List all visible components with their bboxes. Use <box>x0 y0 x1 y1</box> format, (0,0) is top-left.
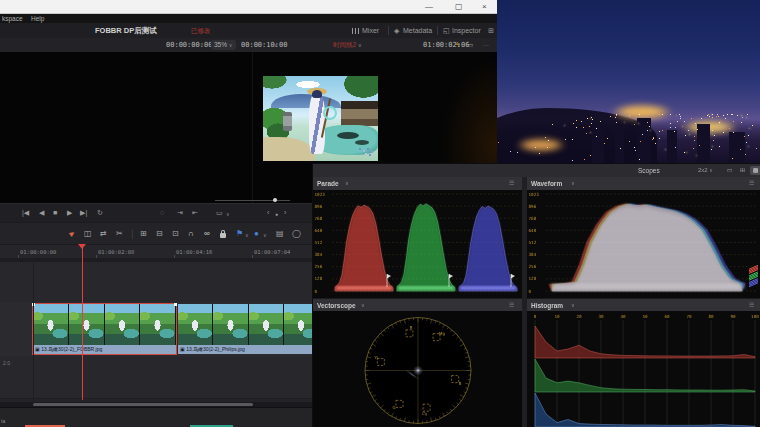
ruler-label: 01:00:00:00 <box>20 249 56 255</box>
svg-text:256: 256 <box>529 264 537 269</box>
nav-next-icon[interactable]: › <box>284 209 286 216</box>
last-frame-icon[interactable]: ▶| <box>80 209 87 217</box>
clip-thumbnail <box>249 304 283 345</box>
audio-channel-label: 2.0 <box>3 360 10 366</box>
first-frame-icon[interactable]: |◀ <box>22 209 29 217</box>
menu-item-workspace[interactable]: kspace <box>2 14 23 23</box>
chevron-down-icon[interactable]: ∨ <box>571 177 575 190</box>
razor-icon[interactable]: ✂ <box>116 229 123 238</box>
svg-text:768: 768 <box>529 216 537 221</box>
timeline-clip[interactable]: ▣ 13.鸟瞰30(2-2)_FOBBR.jpg <box>33 304 176 354</box>
bypass-grades-icon[interactable]: ϟ <box>456 38 460 52</box>
loop-icon[interactable]: ↻ <box>97 209 103 217</box>
chevron-down-icon[interactable]: ∨ <box>345 177 349 190</box>
scopes-minimize-icon[interactable]: ▭ <box>724 166 735 175</box>
play-icon[interactable]: ▶ <box>67 209 72 217</box>
timeline-clip[interactable]: ▣ 13.鸟瞰30(2-2)_Philips.jpg <box>178 304 319 354</box>
playhead[interactable] <box>82 244 83 400</box>
tree-canopy <box>341 76 378 100</box>
duration-chevron-icon[interactable]: ∨ <box>274 38 278 52</box>
loop-region-icon[interactable]: ◌ <box>160 209 164 216</box>
window-maximize-button[interactable]: ▢ <box>455 1 463 12</box>
replace-clip-icon[interactable]: ⊡ <box>172 229 179 238</box>
scopes-window: Scopes 2x2 ∨ ▭ ⊞ ▩ Parade ∨ ☰ Waveform ∨… <box>312 163 760 427</box>
nav-dot-icon[interactable]: ● <box>275 211 278 217</box>
inspector-icon: ◱ <box>443 23 450 38</box>
mixer-button[interactable]: Mixer <box>362 23 379 38</box>
menu-item-help[interactable]: Help <box>31 14 44 23</box>
viewer-mode-icon[interactable]: ▭ <box>216 209 223 217</box>
flag-chevron-icon[interactable]: ∨ <box>245 232 249 238</box>
scopes-expand-icon[interactable]: ⊞ <box>737 166 748 175</box>
clip-icon: ▣ <box>35 346 40 352</box>
tree-canopy <box>263 76 289 90</box>
scopes-layout-select[interactable]: 2x2 ∨ <box>698 164 713 177</box>
scopes-header[interactable]: Scopes 2x2 ∨ ▭ ⊞ ▩ <box>313 164 760 178</box>
metadata-button[interactable]: Metadata <box>403 23 432 38</box>
more-tool-icon[interactable]: ◯ <box>292 229 301 238</box>
position-lock-icon[interactable] <box>220 233 226 238</box>
viewer-mode-chevron-icon[interactable]: ∨ <box>226 211 230 217</box>
header-separator <box>388 26 389 35</box>
zoom-select[interactable]: 35% ∨ <box>211 40 236 50</box>
chevron-down-icon: ∨ <box>709 167 713 173</box>
waveform-settings-icon[interactable]: ☰ <box>749 177 754 190</box>
viewer-more-icon[interactable]: ··· <box>483 38 489 52</box>
building-silhouette <box>592 122 604 163</box>
inspector-button[interactable]: Inspector <box>452 23 481 38</box>
waveform-title[interactable]: Waveform <box>531 177 562 190</box>
subtitle-icon[interactable]: ▤ <box>276 229 284 238</box>
svg-text:90: 90 <box>730 314 736 319</box>
source-options-icon[interactable]: ··· <box>199 38 205 52</box>
marker-chevron-icon[interactable]: ∨ <box>263 232 267 238</box>
snapping-icon[interactable]: ∩ <box>188 229 194 238</box>
parade-settings-icon[interactable]: ☰ <box>509 177 514 190</box>
trim-edit-icon[interactable]: ◫ <box>84 229 92 238</box>
building-silhouette <box>729 132 745 163</box>
svg-text:896: 896 <box>315 204 323 209</box>
jog-bar[interactable] <box>215 200 290 201</box>
clip-name: 13.鸟瞰30(2-2)_FOBBR.jpg <box>41 346 102 352</box>
jog-handle[interactable] <box>273 198 277 202</box>
svg-text:40: 40 <box>620 314 626 319</box>
overwrite-clip-icon[interactable]: ⊟ <box>156 229 163 238</box>
window-close-button[interactable]: × <box>482 1 487 12</box>
character-figure <box>309 92 325 154</box>
pond-rocks <box>337 132 359 139</box>
flag-icon[interactable]: ⚑ <box>236 229 243 238</box>
ruler-label: 01:00:07:04 <box>254 249 290 255</box>
next-edit-icon[interactable]: ⇥ <box>177 209 183 217</box>
waveform-scope: 10238967686405123842561280 <box>527 190 760 298</box>
building <box>341 101 378 126</box>
clip-thumbnails <box>33 304 176 345</box>
marker-icon[interactable]: ● <box>254 229 259 238</box>
header-more-icon[interactable]: ⊞ <box>488 23 494 38</box>
dynamic-trim-icon[interactable]: ⇄ <box>100 229 107 238</box>
insert-clip-icon[interactable]: ⊞ <box>140 229 147 238</box>
single-viewer-icon[interactable]: ▭ <box>467 38 473 52</box>
path <box>263 137 315 161</box>
svg-text:384: 384 <box>315 252 323 257</box>
selection-tool-icon[interactable]: ► <box>66 228 78 240</box>
window-minimize-button[interactable]: — <box>425 1 433 12</box>
prev-edit-icon[interactable]: ⇤ <box>192 209 198 217</box>
svg-text:G: G <box>392 405 395 410</box>
timeline-name[interactable]: 时间线2 <box>333 38 356 52</box>
clip-handle[interactable] <box>174 303 177 306</box>
stone-lantern <box>283 112 292 131</box>
link-selection-icon[interactable]: ∞ <box>204 229 210 238</box>
parade-scope: 10238967686405123842561280 <box>313 190 522 298</box>
svg-text:B: B <box>459 381 462 386</box>
staff-ring <box>323 106 337 120</box>
tab-media-partial[interactable]: ia <box>1 418 5 424</box>
scopes-layout-grid-icon[interactable]: ▩ <box>750 166 760 175</box>
character-hair <box>312 90 322 98</box>
nav-prev-icon[interactable]: ‹ <box>267 209 269 216</box>
scrollbar-thumb[interactable] <box>33 403 253 406</box>
timeline-chevron-icon[interactable]: ∨ <box>358 38 362 52</box>
zoom-value: 35% <box>214 41 227 48</box>
playhead-marker[interactable] <box>78 244 86 249</box>
stop-icon[interactable]: ■ <box>53 209 57 216</box>
parade-title[interactable]: Parade <box>317 177 339 190</box>
step-back-icon[interactable]: ◀ <box>39 209 44 217</box>
